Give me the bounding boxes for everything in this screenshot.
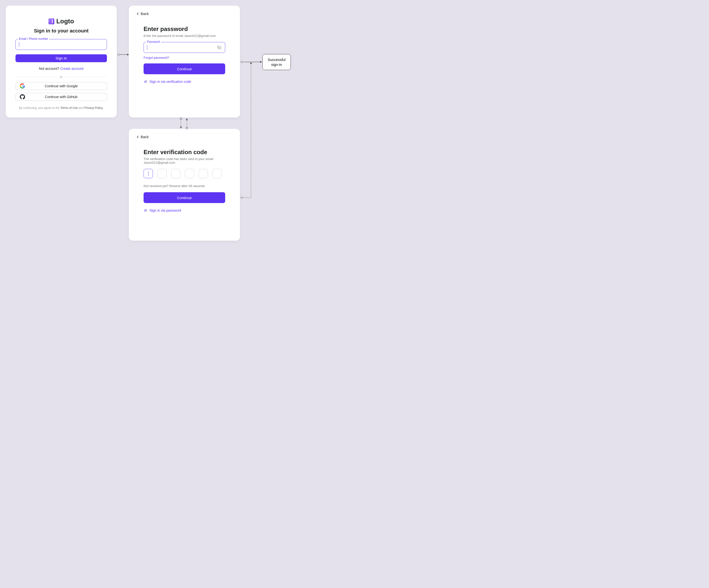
arrow-right-icon: [120, 53, 129, 56]
success-line1: Successful: [268, 57, 286, 62]
text-caret-icon: [19, 42, 19, 47]
otp-row: [143, 169, 225, 178]
pw-email: Jason012@gmail.com: [184, 34, 216, 37]
otp-digit-4[interactable]: [185, 169, 194, 178]
google-label: Continue with Google: [45, 84, 78, 88]
terms-suffix: .: [103, 106, 104, 110]
password-label: Password: [146, 40, 161, 44]
code-subtitle: The verification code has been sent to y…: [143, 157, 225, 164]
connector-dot-icon: [241, 61, 243, 63]
password-title: Enter password: [143, 26, 225, 32]
switch-to-password-label: Sign in via password: [150, 209, 181, 212]
identifier-input-wrap: Email / Phone number: [16, 39, 107, 50]
github-label: Continue with GitHub: [45, 95, 77, 99]
code-continue-button[interactable]: Continue: [143, 192, 225, 203]
swap-icon: [143, 209, 148, 212]
text-caret-icon: [147, 45, 147, 50]
switch-to-password-link[interactable]: Sign in via password: [143, 209, 225, 212]
svg-point-7: [186, 127, 188, 129]
terms-text: By continuing, you agree to the Terms of…: [19, 106, 104, 110]
text-caret-icon: [148, 171, 149, 176]
svg-marker-9: [186, 118, 188, 120]
back-button[interactable]: Back: [136, 11, 233, 16]
chevron-left-icon: [136, 12, 140, 16]
password-card: Back Enter password Enter the password o…: [129, 6, 240, 117]
terms-of-use-link[interactable]: Terms of Use: [60, 106, 78, 110]
signin-card: Logto Sign in to your account Email / Ph…: [6, 6, 117, 117]
svg-point-4: [180, 118, 182, 120]
identifier-input[interactable]: [16, 39, 107, 50]
terms-prefix: By continuing, you agree to the: [19, 106, 60, 110]
connector-dot-icon: [241, 197, 243, 198]
password-input-wrap: Password: [143, 42, 225, 53]
password-continue-button[interactable]: Continue: [143, 63, 225, 74]
chevron-left-icon: [136, 135, 140, 139]
switch-to-code-label: Sign in via verification code: [150, 80, 191, 84]
signin-title: Sign in to your account: [34, 28, 88, 34]
logto-logo-icon: [48, 19, 54, 24]
otp-digit-3[interactable]: [171, 169, 180, 178]
code-email: Jason012@gmail.com: [143, 161, 175, 164]
svg-marker-10: [250, 62, 252, 64]
swap-icon: [143, 80, 148, 84]
otp-digit-5[interactable]: [199, 169, 208, 178]
connector-dot-icon: [117, 54, 120, 56]
or-divider: or: [16, 75, 107, 79]
success-node: Successful sign-in: [262, 54, 291, 70]
create-account-row: Not account? Create account: [39, 66, 83, 71]
bidirectional-arrow-icon: [179, 118, 189, 129]
code-card: Back Enter verification code The verific…: [129, 129, 240, 241]
privacy-link[interactable]: Privacy Policy: [84, 106, 103, 110]
github-button[interactable]: Continue with GitHub: [16, 93, 107, 101]
forgot-password-link[interactable]: Forgot password?: [143, 56, 225, 59]
svg-marker-1: [127, 54, 129, 56]
code-back-button[interactable]: Back: [136, 135, 233, 139]
identifier-label: Email / Phone number: [18, 37, 49, 41]
code-back-label: Back: [141, 135, 149, 139]
brand-text: Logto: [56, 18, 74, 25]
password-subtitle: Enter the password of email Jason012@gma…: [143, 34, 225, 37]
brand-row: Logto: [48, 18, 74, 25]
otp-digit-1[interactable]: [143, 169, 153, 178]
code-title: Enter verification code: [143, 149, 225, 156]
otp-digit-2[interactable]: [157, 169, 167, 178]
otp-digit-6[interactable]: [212, 169, 222, 178]
success-line2: sign-in: [268, 62, 286, 67]
svg-marker-6: [180, 127, 182, 129]
dashed-connector-icon: [243, 62, 253, 199]
google-icon: [20, 83, 25, 89]
noacct-prefix: Not account?: [39, 66, 60, 71]
resend-text: Not received yet? Resend after 59 second…: [143, 184, 225, 188]
divider-text: or: [60, 75, 63, 79]
github-icon: [20, 94, 25, 100]
code-sub-prefix: The verification code has been sent to y…: [143, 157, 213, 161]
eye-off-icon[interactable]: [217, 45, 222, 50]
signin-button[interactable]: Sign in: [16, 54, 107, 62]
svg-marker-3: [260, 61, 262, 63]
back-label: Back: [141, 11, 149, 16]
google-button[interactable]: Continue with Google: [16, 82, 107, 90]
password-input[interactable]: [143, 42, 225, 53]
create-account-link[interactable]: Create account: [60, 66, 84, 71]
switch-to-code-link[interactable]: Sign in via verification code: [143, 80, 225, 84]
terms-mid: and: [78, 106, 84, 110]
pw-sub-prefix: Enter the password of email: [143, 34, 184, 37]
